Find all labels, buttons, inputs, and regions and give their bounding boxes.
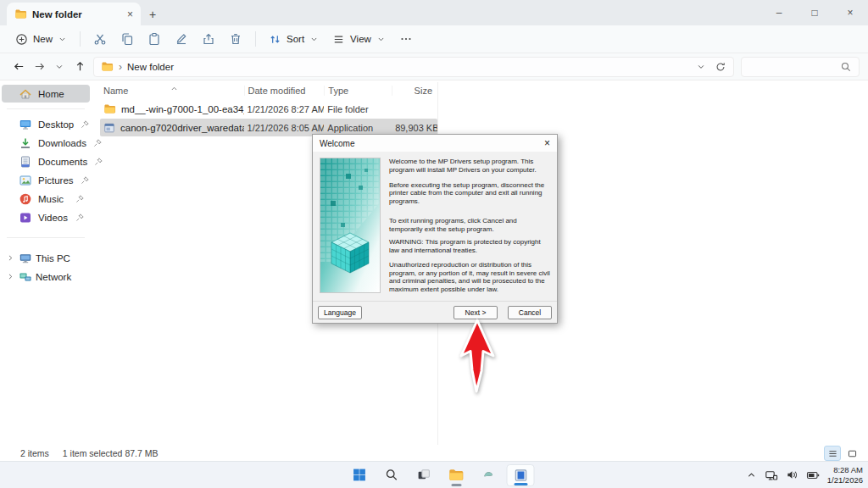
details-view-icon: [827, 448, 838, 459]
address-breadcrumb[interactable]: › New folder: [93, 57, 734, 77]
refresh-icon[interactable]: [715, 61, 726, 73]
new-button[interactable]: New: [8, 30, 74, 49]
column-label: Name: [103, 86, 128, 96]
hidden-icons-chevron-icon[interactable]: [746, 469, 757, 480]
file-size: 89,903 KB: [392, 123, 437, 133]
sidebar-item-home[interactable]: Home: [2, 85, 90, 103]
sidebar-divider: [7, 237, 85, 238]
tab-close-icon[interactable]: ×: [127, 9, 133, 19]
network-tray-icon[interactable]: [765, 469, 778, 482]
task-view-button[interactable]: [410, 464, 438, 486]
pin-icon[interactable]: [75, 194, 85, 204]
forward-button[interactable]: [29, 57, 49, 77]
delete-button[interactable]: [222, 29, 249, 49]
cancel-button[interactable]: Cancel: [508, 306, 552, 319]
sidebar-item-network[interactable]: Network: [2, 268, 90, 286]
sidebar-item-downloads[interactable]: Downloads: [2, 134, 90, 152]
app-window-icon: [513, 468, 528, 483]
column-header-size[interactable]: Size: [392, 86, 437, 96]
pin-icon[interactable]: [80, 119, 90, 130]
trash-icon: [229, 32, 242, 46]
navigation-pane: Home Desktop Downloads Documents: [0, 80, 92, 446]
dialog-paragraph: Unauthorized reproduction or distributio…: [389, 261, 551, 294]
paste-button[interactable]: [141, 29, 168, 49]
sidebar-item-desktop[interactable]: Desktop: [2, 115, 90, 133]
system-tray: 8:28 AM 1/21/2026: [746, 462, 863, 488]
details-view-toggle[interactable]: [824, 446, 841, 461]
up-arrow-icon: [74, 60, 86, 73]
search-icon: [385, 468, 399, 482]
copy-button[interactable]: [114, 29, 141, 49]
pin-icon[interactable]: [80, 175, 90, 186]
new-tab-button[interactable]: +: [149, 8, 156, 21]
view-button[interactable]: View: [326, 30, 392, 49]
sidebar-item-pictures[interactable]: Pictures: [2, 171, 90, 189]
search-input[interactable]: [741, 57, 860, 77]
chevron-right-icon[interactable]: [6, 253, 15, 263]
minimize-button[interactable]: –: [761, 0, 797, 25]
explorer-tab[interactable]: New folder ×: [7, 3, 141, 25]
volume-icon[interactable]: [786, 469, 798, 481]
dialog-titlebar[interactable]: Welcome ×: [313, 135, 557, 152]
dialog-text: Welcome to the MP Drivers setup program.…: [389, 158, 551, 301]
taskbar-setup-app-active[interactable]: [507, 464, 535, 486]
column-header-name[interactable]: Name: [100, 86, 244, 96]
dialog-title: Welcome: [320, 139, 355, 148]
cut-button[interactable]: [86, 29, 114, 49]
column-header-date-modified[interactable]: Date modified: [244, 86, 325, 96]
share-button[interactable]: [195, 29, 222, 49]
taskbar-search-button[interactable]: [378, 464, 406, 486]
chevron-right-icon[interactable]: [6, 272, 15, 281]
back-button[interactable]: [8, 57, 29, 77]
view-button-label: View: [350, 34, 371, 44]
language-button[interactable]: Language: [318, 306, 362, 319]
folder-icon: [448, 467, 465, 483]
table-row[interactable]: md__-win-g7000-1_00-ea34_2 1/21/2026 8:2…: [100, 100, 437, 118]
toolbar-divider: [255, 31, 256, 47]
sort-button[interactable]: Sort: [262, 30, 326, 49]
sidebar-item-this-pc[interactable]: This PC: [2, 249, 90, 267]
folder-icon: [103, 103, 116, 115]
documents-icon: [19, 155, 32, 169]
taskbar-file-explorer[interactable]: [442, 464, 470, 486]
more-options-button[interactable]: [392, 29, 420, 49]
active-indicator: [514, 483, 527, 485]
close-button[interactable]: ×: [832, 0, 868, 25]
share-icon: [202, 32, 215, 46]
sort-button-label: Sort: [287, 34, 304, 44]
breadcrumb-location[interactable]: New folder: [127, 62, 174, 72]
chevron-down-icon: [58, 35, 67, 44]
folder-icon: [14, 8, 27, 20]
window-controls: – □ ×: [761, 0, 868, 25]
rename-icon: [175, 32, 188, 46]
address-dropdown-icon[interactable]: [696, 62, 706, 72]
sidebar-item-music[interactable]: Music: [2, 190, 90, 208]
address-bar-row: › New folder: [0, 53, 868, 80]
sidebar-item-videos[interactable]: Videos: [2, 208, 90, 226]
taskbar-clock[interactable]: 8:28 AM 1/21/2026: [827, 465, 863, 485]
clock-time: 8:28 AM: [827, 465, 863, 475]
rename-button[interactable]: [168, 29, 195, 49]
pictures-icon: [19, 174, 32, 187]
chevron-down-icon: [54, 62, 64, 72]
dialog-paragraph: Welcome to the MP Drivers setup program.…: [389, 158, 551, 175]
next-button[interactable]: Next >: [453, 306, 498, 319]
selection-size: 87.7 MB: [125, 448, 158, 458]
taskbar-edge[interactable]: [475, 464, 503, 486]
recent-locations-button[interactable]: [49, 57, 70, 77]
file-type: File folder: [324, 104, 392, 114]
cut-icon: [93, 32, 107, 46]
start-button[interactable]: [346, 464, 374, 486]
sidebar-item-documents[interactable]: Documents: [2, 152, 90, 170]
up-button[interactable]: [70, 57, 90, 77]
pin-icon[interactable]: [75, 213, 85, 223]
column-header-type[interactable]: Type: [324, 86, 392, 96]
maximize-button[interactable]: □: [797, 0, 832, 25]
home-icon: [19, 87, 32, 101]
task-view-icon: [417, 468, 431, 482]
application-icon: [103, 122, 115, 134]
large-icons-view-toggle[interactable]: [844, 446, 860, 460]
sidebar-item-label: Videos: [38, 213, 68, 223]
dialog-close-icon[interactable]: ×: [544, 138, 550, 148]
battery-icon[interactable]: [806, 469, 820, 482]
